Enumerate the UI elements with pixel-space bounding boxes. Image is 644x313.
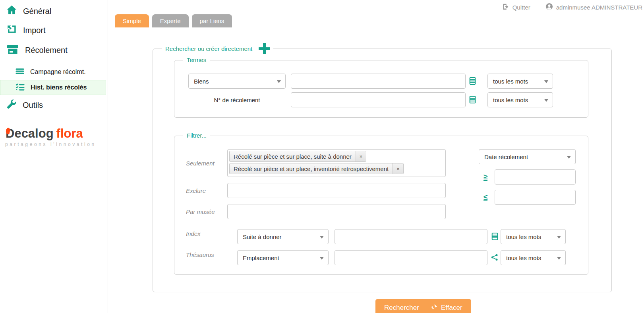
index-field-select-value: Suite à donner: [243, 233, 282, 240]
decalog-flora-logo: Decalogflora partageons l'innovation: [5, 127, 108, 147]
index-book-icon[interactable]: [491, 232, 499, 241]
sidebar-item-recolement[interactable]: Récolement: [0, 40, 108, 61]
index-field-select[interactable]: Suite à donner: [237, 229, 329, 244]
terms-search-input[interactable]: [291, 74, 466, 89]
search-mode-tabs: Simple Experte par Liens: [115, 14, 232, 27]
search-form-legend-label: Rechercher ou créer directement: [165, 45, 252, 52]
index-label: Index: [186, 230, 201, 237]
checklist-icon: [15, 82, 25, 93]
sidebar-item-outils[interactable]: Outils: [0, 96, 108, 115]
topbar: Quitter adminmusee ADMINSTRATEUR: [502, 3, 642, 12]
list-icon: [15, 66, 25, 78]
remove-tag-icon[interactable]: ×: [393, 163, 403, 174]
archive-box-icon: [6, 43, 19, 58]
thesaurus-match-select[interactable]: tous les mots: [501, 250, 566, 265]
recolement-number-input[interactable]: [291, 92, 466, 107]
app-window: Général Import Récolement: [0, 0, 644, 313]
quit-button[interactable]: Quitter: [502, 3, 530, 12]
sidebar-item-label: Outils: [23, 101, 43, 110]
field-type-select[interactable]: Biens: [188, 74, 286, 89]
effacer-button-label: Effacer: [441, 304, 462, 312]
remove-tag-icon[interactable]: ×: [356, 151, 366, 161]
thesaurus-match-select-value: tous les mots: [506, 255, 541, 261]
date-from-input[interactable]: [495, 169, 576, 185]
field-type-select-value: Biens: [194, 78, 209, 85]
thesaurus-value-input[interactable]: [335, 250, 487, 265]
seulement-tags-input[interactable]: Récolé sur pièce et sur place, suite à d…: [227, 149, 446, 177]
sidebar-item-campagne-recolement[interactable]: Campagne récolmt.: [0, 65, 106, 79]
recolement-number-label: N° de récolement: [188, 97, 286, 103]
search-form-legend: Rechercher ou créer directement: [162, 43, 273, 54]
gte-symbol: ≥: [483, 173, 487, 181]
index-book-icon[interactable]: [468, 77, 477, 85]
sidebar-item-label: Général: [23, 7, 51, 16]
terms-match-select[interactable]: tous les mots: [487, 74, 553, 89]
thesaurus-share-icon[interactable]: [491, 253, 499, 261]
user-label: adminmusee ADMINSTRATEUR: [556, 4, 642, 11]
user-icon: [545, 3, 553, 12]
thesaurus-field-select[interactable]: Emplacement: [237, 250, 329, 265]
exclure-label: Exclure: [186, 187, 206, 194]
index-value-input[interactable]: [335, 229, 487, 244]
thesaurus-field-select-value: Emplacement: [243, 255, 279, 261]
tab-par-liens[interactable]: par Liens: [192, 14, 232, 27]
index-book-icon[interactable]: [468, 95, 477, 104]
create-directly-plus-icon[interactable]: [259, 43, 270, 54]
filter-tag-label: Récolé sur pièce et sur place, suite à d…: [230, 151, 356, 161]
thesaurus-label: Thésaurus: [186, 251, 214, 258]
terms-match-select-value: tous les mots: [493, 78, 528, 85]
sidebar-item-hist-biens-recoles[interactable]: Hist. biens récolés: [0, 80, 106, 95]
filter-tag-label: Récolé sur pièce et sur place, inventori…: [230, 163, 393, 174]
filter-tag: Récolé sur pièce et sur place, suite à d…: [229, 151, 366, 162]
date-field-select[interactable]: Date récolement: [479, 149, 576, 164]
filter-legend: Filtrer...: [183, 132, 210, 139]
filter-tag: Récolé sur pièce et sur place, inventori…: [229, 163, 404, 174]
date-field-select-value: Date récolement: [484, 154, 528, 160]
sidebar-item-general[interactable]: Général: [0, 2, 108, 21]
logo-brand: Decalog: [6, 126, 54, 140]
sidebar-item-label: Hist. biens récolés: [31, 84, 87, 91]
filter-panel: Filtrer... Seulement Récolé sur pièce et…: [174, 136, 588, 275]
search-form-panel: Rechercher ou créer directement Termes B…: [153, 49, 612, 292]
quit-label: Quitter: [512, 4, 530, 11]
index-match-select-value: tous les mots: [506, 233, 541, 240]
wrench-icon: [6, 99, 17, 111]
logo-product: flora: [56, 126, 83, 140]
sidebar-item-label: Campagne récolmt.: [30, 68, 86, 76]
recolement-match-select-value: tous les mots: [493, 97, 528, 103]
main-content: Quitter adminmusee ADMINSTRATEUR Simple …: [108, 0, 644, 313]
sidebar: Général Import Récolement: [0, 0, 108, 313]
effacer-button[interactable]: Effacer: [422, 299, 471, 313]
termes-legend: Termes: [183, 56, 210, 63]
import-icon: [6, 24, 17, 37]
seulement-label: Seulement: [186, 160, 215, 167]
index-match-select[interactable]: tous les mots: [501, 229, 566, 244]
lte-symbol: ≤: [483, 194, 487, 201]
refresh-icon: [431, 303, 437, 312]
date-to-input[interactable]: [495, 190, 576, 205]
exclure-input[interactable]: [227, 183, 446, 198]
sidebar-item-label: Récolement: [25, 46, 68, 55]
logo-tagline: partageons l'innovation: [5, 142, 108, 147]
home-icon: [6, 5, 17, 17]
par-musee-input[interactable]: [227, 204, 446, 219]
tab-simple[interactable]: Simple: [115, 14, 149, 27]
rechercher-button-label: Rechercher: [384, 304, 419, 312]
termes-panel: Termes Biens tous les mots N° de: [174, 60, 588, 118]
logout-icon: [502, 3, 509, 12]
sidebar-item-import[interactable]: Import: [0, 21, 108, 40]
par-musee-label: Par musée: [186, 208, 215, 215]
user-menu[interactable]: adminmusee ADMINSTRATEUR: [545, 3, 642, 12]
tab-experte[interactable]: Experte: [152, 14, 189, 27]
sidebar-item-label: Import: [23, 26, 46, 35]
recolement-match-select[interactable]: tous les mots: [487, 92, 553, 107]
rechercher-button[interactable]: Rechercher: [375, 299, 428, 313]
